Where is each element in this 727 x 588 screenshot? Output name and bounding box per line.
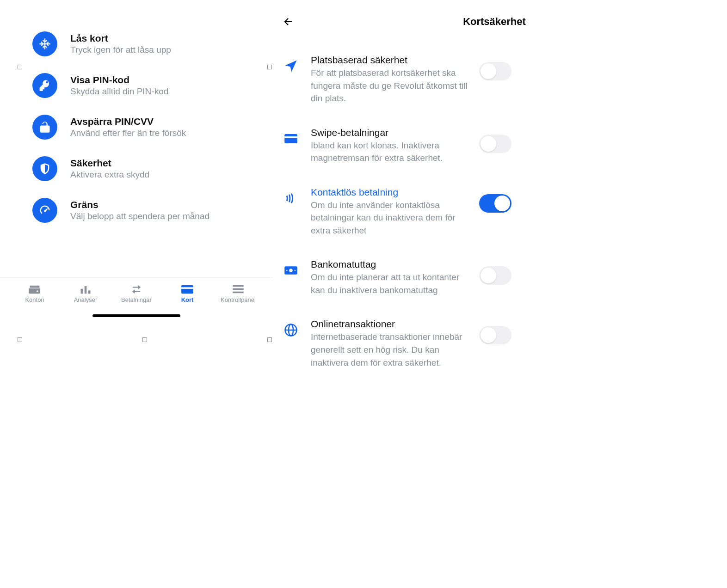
home-indicator — [92, 314, 180, 317]
setting-online: Onlinetransaktioner Internetbaserade tra… — [282, 307, 709, 380]
contactless-icon — [282, 190, 300, 207]
unblock-pin-title: Avspärra PIN/CVV — [70, 116, 186, 127]
svg-rect-1 — [85, 286, 87, 294]
setting-contactless-title: Kontaktlös betalning — [311, 187, 468, 198]
svg-rect-0 — [81, 289, 83, 294]
page-title: Kortsäkerhet — [280, 16, 709, 28]
svg-point-13 — [295, 270, 296, 271]
freeze-card-item[interactable]: Lås kort Tryck igen för att låsa upp — [0, 23, 273, 65]
bottom-tab-bar: Konton Analyser Betalningar Kort Kontrol… — [0, 277, 273, 306]
setting-atm-title: Bankomatuttag — [311, 259, 468, 270]
setting-location: Platsbaserad säkerhet För att platsbaser… — [282, 43, 709, 116]
setting-online-sub: Internetbaserade transaktioner innebär g… — [311, 331, 468, 369]
key-icon — [32, 73, 57, 98]
setting-contactless: Kontaktlös betalning Om du inte använder… — [282, 176, 709, 248]
bars-icon — [79, 284, 92, 294]
svg-rect-8 — [284, 134, 297, 143]
show-pin-item[interactable]: Visa PIN-kod Skydda alltid din PIN-kod — [0, 65, 273, 106]
setting-swipe-toggle[interactable] — [479, 135, 511, 153]
show-pin-sub: Skydda alltid din PIN-kod — [70, 86, 168, 97]
unblock-pin-sub: Använd efter fler än tre försök — [70, 128, 186, 138]
setting-contactless-sub: Om du inte använder kontaktlösa betalnin… — [311, 199, 468, 237]
limit-sub: Välj belopp att spendera per månad — [70, 211, 209, 221]
card-settings-list: Lås kort Tryck igen för att låsa upp Vis… — [0, 18, 273, 231]
setting-swipe: Swipe-betalningar Ibland kan kort klonas… — [282, 116, 709, 176]
setting-atm-toggle[interactable] — [479, 266, 511, 285]
crop-mark — [267, 65, 272, 69]
tab-dashboard-label: Kontrollpanel — [221, 296, 256, 303]
card-security-pane: Kortsäkerhet Platsbaserad säkerhet För a… — [273, 0, 727, 588]
svg-rect-2 — [88, 290, 91, 294]
stack-icon — [232, 284, 245, 294]
setting-swipe-sub: Ibland kan kort klonas. Inaktivera magne… — [311, 139, 468, 165]
setting-atm: Bankomatuttag Om du inte planerar att ta… — [282, 248, 709, 307]
setting-location-title: Platsbaserad säkerhet — [311, 55, 468, 66]
tab-accounts[interactable]: Konton — [16, 284, 53, 303]
freeze-card-sub: Tryck igen för att låsa upp — [70, 45, 171, 55]
svg-rect-6 — [233, 288, 243, 290]
unlock-icon — [32, 115, 57, 140]
security-item[interactable]: Säkerhet Aktivera extra skydd — [0, 148, 273, 190]
crop-mark — [18, 337, 22, 342]
right-header: Kortsäkerhet — [282, 9, 709, 43]
card-settings-pane: Lås kort Tryck igen för att låsa upp Vis… — [0, 0, 273, 588]
setting-atm-sub: Om du inte planerar att ta ut kontanter … — [311, 271, 468, 296]
tab-cards-label: Kort — [181, 296, 194, 303]
gauge-icon — [32, 198, 57, 223]
svg-rect-5 — [233, 285, 243, 287]
svg-rect-9 — [284, 136, 297, 138]
card-icon — [282, 130, 300, 147]
svg-point-12 — [286, 270, 288, 271]
tab-cards[interactable]: Kort — [169, 284, 206, 303]
tab-accounts-label: Konton — [25, 296, 44, 303]
cash-icon — [282, 262, 300, 279]
setting-location-toggle[interactable] — [479, 62, 511, 80]
location-icon — [282, 57, 300, 75]
svg-rect-3 — [181, 285, 193, 294]
transfer-icon — [130, 284, 143, 294]
crop-mark — [267, 337, 272, 342]
crop-mark — [18, 65, 22, 69]
show-pin-title: Visa PIN-kod — [70, 74, 168, 86]
snowflake-icon — [32, 31, 57, 56]
setting-swipe-title: Swipe-betalningar — [311, 127, 468, 138]
svg-rect-7 — [233, 292, 243, 294]
setting-location-sub: För att platsbaserad kortsäkerhet ska fu… — [311, 67, 468, 105]
tab-payments[interactable]: Betalningar — [118, 284, 155, 303]
unblock-pin-item[interactable]: Avspärra PIN/CVV Använd efter fler än tr… — [0, 106, 273, 148]
card-icon — [181, 284, 194, 294]
setting-online-toggle[interactable] — [479, 326, 511, 344]
limit-title: Gräns — [70, 199, 209, 210]
globe-icon — [282, 321, 300, 339]
wallet-icon — [28, 284, 41, 294]
tab-payments-label: Betalningar — [121, 296, 152, 303]
security-title: Säkerhet — [70, 158, 149, 169]
crop-mark — [142, 337, 147, 342]
svg-point-11 — [289, 269, 293, 273]
setting-contactless-toggle[interactable] — [479, 194, 511, 213]
setting-online-title: Onlinetransaktioner — [311, 318, 468, 330]
freeze-card-title: Lås kort — [70, 33, 171, 44]
limit-item[interactable]: Gräns Välj belopp att spendera per månad — [0, 190, 273, 231]
shield-icon — [32, 156, 57, 181]
svg-rect-4 — [181, 287, 193, 289]
tab-analytics[interactable]: Analyser — [67, 284, 104, 303]
tab-analytics-label: Analyser — [74, 296, 98, 303]
security-sub: Aktivera extra skydd — [70, 170, 149, 180]
tab-dashboard[interactable]: Kontrollpanel — [220, 284, 257, 303]
